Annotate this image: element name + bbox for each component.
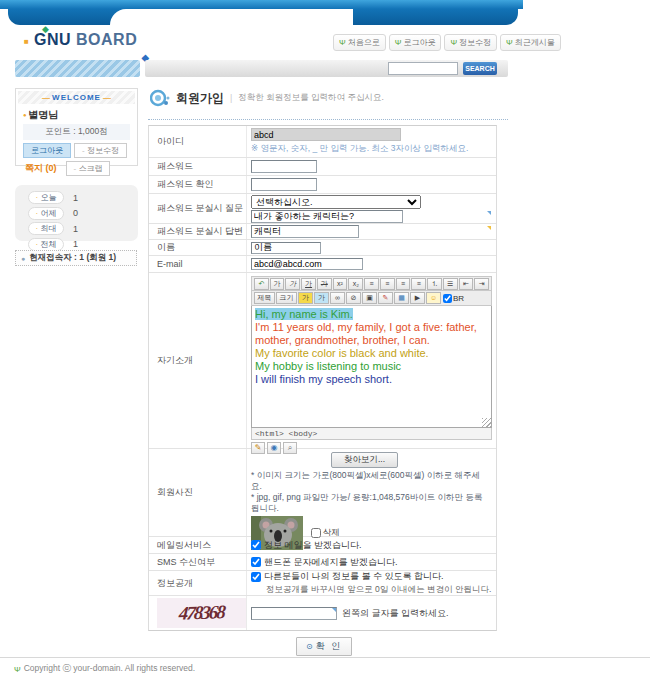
unordered-list-icon[interactable]: ☰ bbox=[443, 278, 458, 290]
open-info-note: 정보공개를 바꾸시면 앞으로 0일 이내에는 변경이 안됩니다. bbox=[266, 584, 492, 596]
align-right-icon[interactable]: ≡ bbox=[396, 278, 411, 290]
name-label: 이름 bbox=[149, 240, 247, 255]
link-icon[interactable]: ∞ bbox=[330, 292, 345, 304]
open-info-option-label: 다른분들이 나의 정보를 볼 수 있도록 합니다. bbox=[264, 570, 444, 583]
email-field[interactable] bbox=[251, 258, 363, 270]
editor-line: I will finish my speech short. bbox=[255, 373, 488, 386]
logo-diamond-green-icon: ◆ bbox=[42, 24, 49, 34]
submit-label: 확 인 bbox=[316, 640, 343, 653]
underline-icon[interactable]: 가 bbox=[301, 278, 316, 290]
browse-button[interactable]: 찾아보기... bbox=[331, 452, 398, 468]
lost-question-custom-field[interactable] bbox=[251, 210, 403, 223]
br-checkbox[interactable] bbox=[443, 294, 452, 303]
editor-content[interactable]: Hi, my name is Kim.I'm 11 years old, my … bbox=[251, 306, 492, 428]
editor-resize-handle[interactable] bbox=[482, 418, 491, 427]
image-icon[interactable]: ▣ bbox=[362, 292, 377, 304]
password-field[interactable] bbox=[251, 160, 317, 173]
mailing-checkbox[interactable] bbox=[251, 540, 261, 550]
bold-icon[interactable]: 가 bbox=[270, 278, 285, 290]
member-id-field[interactable] bbox=[251, 128, 401, 141]
corner-marker-icon bbox=[487, 211, 491, 215]
logo-text-gnu: GNU bbox=[34, 31, 71, 48]
font-color-icon[interactable]: 가 bbox=[298, 292, 313, 304]
search-input[interactable] bbox=[388, 62, 458, 75]
sidebar-edit-info-button[interactable]: 정보수정 bbox=[74, 143, 127, 158]
submit-button[interactable]: ⊙ 확 인 bbox=[296, 637, 352, 656]
row-member-photo: 회원사진 찾아보기... * 이미지 크기는 가로(800픽셀)x세로(600픽… bbox=[149, 449, 496, 537]
italic-icon[interactable]: 가 bbox=[285, 278, 300, 290]
stat-label: 어제 bbox=[28, 207, 64, 220]
heading-button[interactable]: 제목 bbox=[254, 292, 275, 304]
lost-question-label: 패스워드 분실시 질문 bbox=[149, 194, 247, 223]
row-self-introduction: 자기소개 ↶가가가가x²x₂≡≡≡≡⒈☰⇤⇥ 제목크기가가∞⊘▣✎▦▶☺BR H… bbox=[149, 273, 496, 449]
br-toggle: BR bbox=[443, 294, 464, 303]
confirm-icon: ⊙ bbox=[306, 642, 313, 651]
editor-line: Hi, my name is Kim. bbox=[255, 308, 488, 321]
scrap-button[interactable]: 스크랩 bbox=[66, 161, 111, 176]
stat-row-yesterday: 어제 0 bbox=[15, 206, 138, 222]
sprout-icon: Ψ bbox=[450, 39, 457, 47]
stat-label: 전체 bbox=[28, 238, 64, 251]
align-center-icon[interactable]: ≡ bbox=[380, 278, 395, 290]
br-label: BR bbox=[453, 294, 464, 303]
lost-answer-field[interactable] bbox=[251, 225, 359, 238]
menu-recent-posts-button[interactable]: Ψ 최근게시물 bbox=[500, 34, 561, 51]
welcome-box: WELCOME 별명님 포인트 : 1,000점 로그아웃 정보수정 쪽지 (0… bbox=[15, 88, 138, 166]
indent-icon[interactable]: ⇥ bbox=[474, 278, 489, 290]
subscript-icon[interactable]: x₂ bbox=[348, 278, 363, 290]
sidebar-logout-button[interactable]: 로그아웃 bbox=[23, 143, 71, 158]
menu-home-button[interactable]: Ψ 처음으로 bbox=[333, 34, 386, 51]
logo-square-orange-icon: ■ bbox=[24, 37, 29, 46]
pencil-icon[interactable]: ✎ bbox=[378, 292, 393, 304]
memo-link[interactable]: 쪽지 (0) bbox=[23, 161, 63, 176]
unlink-icon[interactable]: ⊘ bbox=[346, 292, 361, 304]
captcha-image: 478368 bbox=[157, 598, 246, 628]
menu-edit-info-button[interactable]: Ψ 정보수정 bbox=[444, 34, 497, 51]
title-divider bbox=[148, 119, 508, 120]
menu-home-label: 처음으로 bbox=[348, 37, 380, 48]
ordered-list-icon[interactable]: ⒈ bbox=[427, 278, 442, 290]
sprout-icon: Ψ bbox=[395, 39, 402, 47]
row-password: 패스워드 bbox=[149, 158, 496, 176]
stat-value: 1 bbox=[73, 193, 78, 203]
editor-line: I'm 11 years old, my family, I got a fiv… bbox=[255, 321, 488, 347]
highlight-color-icon[interactable]: 가 bbox=[314, 292, 329, 304]
sms-checkbox[interactable] bbox=[251, 557, 261, 567]
open-info-checkbox[interactable] bbox=[251, 572, 261, 582]
editor-toolbar-row1: ↶가가가가x²x₂≡≡≡≡⒈☰⇤⇥ bbox=[251, 276, 492, 291]
current-visitors[interactable]: ● 현재접속자 : 1 (회원 1) bbox=[15, 250, 137, 266]
captcha-input[interactable] bbox=[251, 607, 337, 620]
bullet-icon: ● bbox=[21, 255, 25, 262]
stat-value: 1 bbox=[73, 239, 78, 249]
strike-icon[interactable]: 가 bbox=[317, 278, 332, 290]
gnuboard-logo[interactable]: ◆ ■ GNU BOARD ◆ bbox=[34, 31, 137, 55]
corner-marker-icon bbox=[332, 608, 336, 612]
member-id-label: 아이디 bbox=[149, 126, 247, 157]
row-mailing-service: 메일링서비스 정보 메일을 받겠습니다. bbox=[149, 537, 496, 554]
lost-question-select[interactable]: 선택하십시오. bbox=[251, 195, 421, 209]
row-email: E-mail bbox=[149, 256, 496, 273]
menu-logout-button[interactable]: Ψ 로그아웃 bbox=[389, 34, 442, 51]
name-field[interactable] bbox=[251, 242, 321, 254]
stat-row-today: 오늘 1 bbox=[15, 190, 138, 206]
row-lost-password-question: 패스워드 분실시 질문 선택하십시오. bbox=[149, 194, 496, 224]
editor-line: My hobby is listening to music bbox=[255, 360, 488, 373]
password-confirm-field[interactable] bbox=[251, 178, 317, 191]
align-justify-icon[interactable]: ≡ bbox=[411, 278, 426, 290]
top-menu: Ψ 처음으로 Ψ 로그아웃 Ψ 정보수정 Ψ 최근게시물 bbox=[333, 34, 561, 51]
font-size-button[interactable]: 크기 bbox=[276, 292, 297, 304]
undo-icon[interactable]: ↶ bbox=[254, 278, 269, 290]
welcome-title: WELCOME bbox=[42, 93, 111, 102]
page-title: 회원가입 bbox=[176, 90, 224, 107]
page: ◆ ■ GNU BOARD ◆ Ψ 처음으로 Ψ 로그아웃 Ψ 정보수정 Ψ 최… bbox=[0, 0, 650, 682]
photo-note-1: * 이미지 크기는 가로(800픽셀)x세로(600픽셀) 이하로 해주세요. bbox=[251, 470, 489, 492]
emoticon-icon[interactable]: ☺ bbox=[426, 292, 441, 304]
editor-line: My favorite color is black and white. bbox=[255, 347, 488, 360]
align-left-icon[interactable]: ≡ bbox=[364, 278, 379, 290]
corner-marker-icon bbox=[487, 226, 491, 230]
media-icon[interactable]: ▶ bbox=[410, 292, 425, 304]
table-icon[interactable]: ▦ bbox=[394, 292, 409, 304]
outdent-icon[interactable]: ⇤ bbox=[459, 278, 474, 290]
search-button[interactable]: SEARCH bbox=[463, 62, 497, 75]
superscript-icon[interactable]: x² bbox=[333, 278, 348, 290]
